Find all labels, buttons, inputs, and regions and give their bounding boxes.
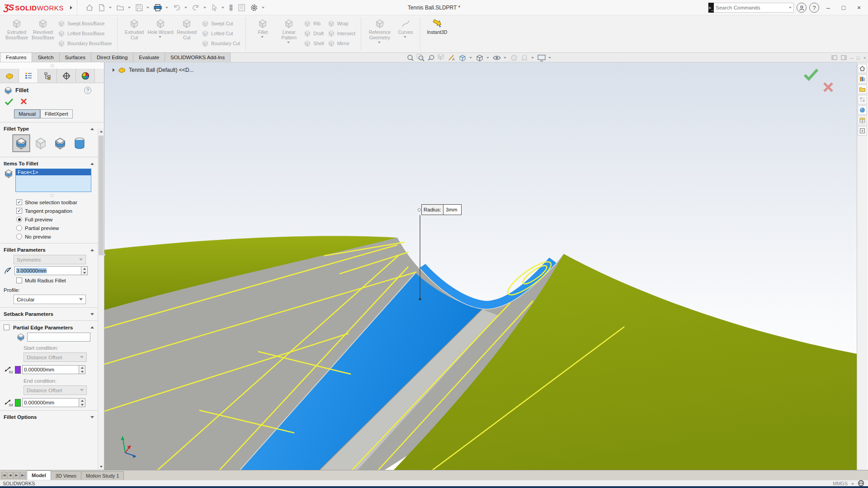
shell-button[interactable]: Shell [302, 39, 326, 48]
tab-feature-manager-tree[interactable] [0, 69, 19, 83]
tangent-propagation-checkbox[interactable]: ✓ [16, 208, 22, 214]
multi-radius-fillet-checkbox[interactable] [16, 277, 22, 283]
tab-sketch[interactable]: Sketch [32, 52, 59, 62]
full-preview-row[interactable]: Full preview [0, 215, 104, 224]
search-type-icon[interactable]: >_ [708, 3, 714, 13]
setback-parameters-section-header[interactable]: Setback Parameters [0, 310, 104, 318]
ok-check-icon[interactable] [5, 98, 14, 106]
panel-drag-handle[interactable] [0, 62, 104, 69]
select-cursor-icon[interactable] [209, 2, 220, 14]
save-icon[interactable] [133, 2, 145, 14]
help-icon[interactable]: ? [809, 3, 819, 13]
redo-caret-icon[interactable] [203, 7, 206, 9]
confirm-cancel-icon[interactable] [822, 81, 834, 93]
doc-minimize-button[interactable]: – [850, 55, 853, 61]
tab-3d-views[interactable]: 3D Views [51, 471, 81, 480]
previous-view-icon[interactable] [427, 54, 436, 62]
no-preview-row[interactable]: No preview [0, 232, 104, 241]
property-manager-help-icon[interactable]: ? [84, 87, 91, 94]
design-library-icon[interactable] [858, 74, 867, 84]
show-selection-toolbar-checkbox[interactable]: ✓ [16, 199, 22, 205]
tangent-propagation-row[interactable]: ✓ Tangent propagation [0, 206, 104, 215]
close-button[interactable]: × [853, 4, 865, 11]
tennis-ball-model[interactable] [104, 62, 857, 470]
apply-scene-caret-icon[interactable] [531, 57, 534, 59]
globe-status-icon[interactable] [858, 480, 864, 487]
end-condition-dropdown[interactable]: Distance Offset [24, 385, 87, 395]
hole-wizard-button[interactable]: Hole Wizard [147, 17, 174, 38]
collapse-pane-right-icon[interactable] [841, 55, 847, 60]
new-document-caret-icon[interactable] [109, 7, 112, 9]
radius-callout[interactable]: Radius: 3mm [418, 204, 462, 215]
tab-solidworks-add-ins[interactable]: SOLIDWORKS Add-Ins [165, 52, 231, 62]
scrollbar-up-icon[interactable] [98, 128, 104, 135]
extruded-cut-button[interactable]: Extruded Cut [121, 17, 147, 40]
partial-preview-row[interactable]: Partial preview [0, 224, 104, 232]
face-fillet-button[interactable] [52, 135, 69, 152]
boundary-cut-button[interactable]: Boundary Cut [200, 39, 242, 48]
boundary-boss-base-button[interactable]: Boundary Boss/Base [56, 39, 113, 48]
first-tab-button[interactable]: |◀ [1, 472, 7, 479]
full-round-fillet-button[interactable] [71, 135, 88, 152]
last-tab-button[interactable]: ▶| [20, 472, 26, 479]
task-home-icon[interactable] [858, 64, 867, 73]
apply-scene-icon[interactable] [520, 54, 529, 62]
symmetry-dropdown[interactable]: Symmetric [14, 255, 86, 264]
start-offset-spinner[interactable] [79, 365, 85, 374]
reference-geometry-button[interactable]: Reference Geometry [365, 17, 395, 43]
edit-appearance-icon[interactable] [509, 54, 519, 62]
draft-button[interactable]: Draft [302, 29, 326, 38]
instant3d-button[interactable]: Instant3D [424, 17, 450, 35]
open-icon[interactable] [114, 2, 126, 14]
hide-show-caret-icon[interactable] [504, 57, 506, 59]
radius-callout-value[interactable]: 3mm [443, 204, 462, 215]
radius-input[interactable]: 3.000000mm [14, 266, 81, 275]
start-condition-dropdown[interactable]: Distance Offset [24, 352, 87, 362]
tab-property-manager[interactable] [19, 69, 38, 83]
feature-tree-flyout[interactable]: Tennis Ball (Default) <<D... [113, 66, 193, 74]
tab-dimxpert-manager[interactable] [57, 69, 76, 83]
extruded-boss-base-button[interactable]: Extruded Boss/Base [4, 17, 30, 40]
open-caret-icon[interactable] [128, 7, 131, 9]
no-preview-radio[interactable] [16, 234, 22, 239]
menu-expander-icon[interactable] [70, 5, 72, 10]
view-settings-caret-icon[interactable] [548, 57, 551, 59]
radius-spinner[interactable] [81, 266, 88, 275]
print-caret-icon[interactable] [165, 7, 168, 9]
undo-icon[interactable] [171, 2, 183, 14]
partial-preview-radio[interactable] [16, 225, 22, 231]
section-view-icon[interactable] [437, 54, 446, 62]
curves-caret-icon[interactable] [404, 36, 406, 38]
show-selection-toolbar-row[interactable]: ✓ Show selection toolbar [0, 198, 104, 206]
collapse-chevron-icon[interactable] [90, 128, 94, 130]
tab-features[interactable]: Features [0, 52, 32, 62]
collapse-pane-left-icon[interactable] [831, 55, 837, 60]
cancel-x-icon[interactable] [20, 98, 28, 105]
fillet-button[interactable]: Fillet [250, 17, 276, 38]
filletxpert-mode-button[interactable]: FilletXpert [40, 109, 73, 118]
swept-boss-base-button[interactable]: Swept Boss/Base [56, 19, 113, 28]
callout-handle-icon[interactable] [418, 208, 421, 211]
intersect-button[interactable]: Intersect [326, 29, 357, 38]
selected-face-item[interactable]: Face<1> [16, 169, 91, 175]
partial-edge-parameters-section-header[interactable]: Partial Edge Parameters [0, 323, 104, 332]
lofted-boss-base-button[interactable]: Lofted Boss/Base [56, 29, 113, 38]
revolved-boss-base-button[interactable]: Revolved Boss/Base [30, 17, 56, 40]
tree-expander-icon[interactable] [113, 68, 115, 72]
options-list-icon[interactable] [236, 2, 247, 14]
user-account-icon[interactable] [797, 3, 807, 13]
settings-gear-icon[interactable] [248, 2, 260, 14]
save-caret-icon[interactable] [146, 7, 149, 9]
units-caret-icon[interactable] [851, 483, 854, 484]
expand-chevron-icon[interactable] [90, 416, 94, 418]
full-preview-radio[interactable] [16, 216, 22, 222]
home-icon[interactable] [84, 2, 95, 14]
end-offset-input[interactable]: 0.000000mm [22, 398, 79, 407]
wrap-button[interactable]: Wrap [326, 19, 357, 28]
variable-size-fillet-button[interactable] [32, 135, 49, 152]
view-orientation-icon[interactable] [458, 54, 467, 62]
tab-configuration-manager[interactable] [38, 69, 57, 83]
search-icon[interactable] [787, 4, 788, 11]
toggle-pill-icon[interactable] [227, 2, 235, 14]
fillet-caret-icon[interactable] [261, 36, 264, 38]
